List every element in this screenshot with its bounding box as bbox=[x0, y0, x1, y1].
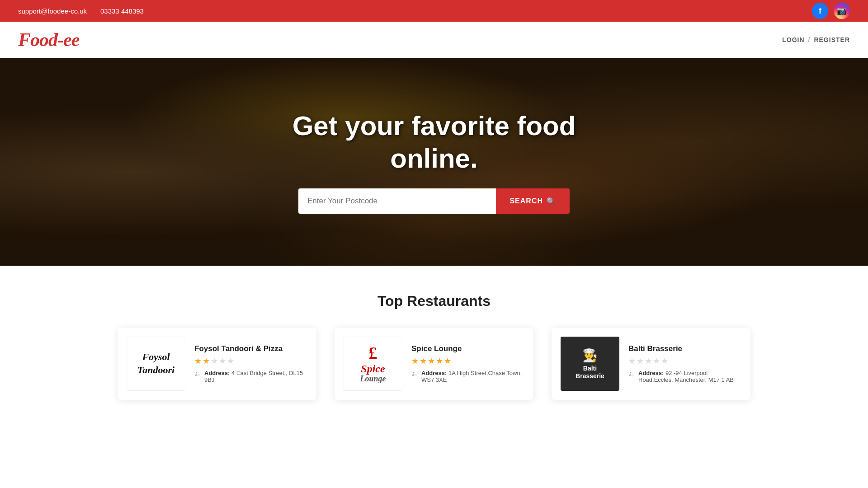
star-2: ★ bbox=[420, 356, 427, 366]
star-3: ★ bbox=[645, 356, 652, 366]
restaurant-name-balti: Balti Brasserie bbox=[628, 344, 741, 353]
register-link[interactable]: REGISTER bbox=[814, 36, 850, 43]
star-1: ★ bbox=[194, 356, 202, 366]
search-icon: 🔍 bbox=[547, 197, 556, 206]
restaurant-card-spice[interactable]: £ Spice Lounge Spice Lounge ★ ★ ★ ★ ★ 🏷 … bbox=[335, 328, 533, 400]
restaurants-section-title: Top Restaurants bbox=[36, 293, 832, 310]
restaurant-info-spice: Spice Lounge ★ ★ ★ ★ ★ 🏷 Address: 1A Hig… bbox=[411, 344, 524, 383]
support-email[interactable]: support@foodee-co.uk bbox=[18, 7, 87, 15]
star-5: ★ bbox=[227, 356, 234, 366]
star-3: ★ bbox=[211, 356, 218, 366]
hero-section: Get your favorite food online. SEARCH 🔍 bbox=[0, 58, 868, 266]
restaurant-logo-balti: 👨‍🍳 BaltiBrasserie bbox=[561, 337, 619, 391]
site-logo[interactable]: Food-ee bbox=[18, 29, 79, 51]
restaurant-info-foysol: Foysol Tandoori & Pizza ★ ★ ★ ★ ★ 🏷 Addr… bbox=[194, 344, 307, 383]
spice-pound-sign: £ bbox=[368, 344, 377, 363]
hero-title: Get your favorite food online. bbox=[292, 110, 576, 175]
support-phone[interactable]: 03333 448393 bbox=[100, 7, 144, 15]
star-1: ★ bbox=[411, 356, 419, 366]
balti-address: 🏷 Address: 92 -94 Liverpool Road,Eccles,… bbox=[628, 370, 741, 383]
login-link[interactable]: LOGIN bbox=[782, 36, 804, 43]
star-4: ★ bbox=[219, 356, 226, 366]
top-bar: support@foodee-co.uk 03333 448393 f 📷 bbox=[0, 0, 868, 22]
nav-separator: / bbox=[808, 36, 811, 43]
balti-stars: ★ ★ ★ ★ ★ bbox=[628, 356, 741, 366]
facebook-icon[interactable]: f bbox=[812, 3, 828, 19]
balti-logo-text: BaltiBrasserie bbox=[576, 365, 604, 380]
star-4: ★ bbox=[653, 356, 660, 366]
navbar: Food-ee LOGIN / REGISTER bbox=[0, 22, 868, 58]
foysol-address: 🏷 Address: 4 East Bridge Street,, DL15 9… bbox=[194, 370, 307, 383]
restaurant-info-balti: Balti Brasserie ★ ★ ★ ★ ★ 🏷 Address: 92 … bbox=[628, 344, 741, 383]
address-icon-balti: 🏷 bbox=[628, 370, 635, 377]
spice-text: Spice bbox=[361, 363, 385, 375]
hero-content: Get your favorite food online. SEARCH 🔍 bbox=[292, 110, 576, 214]
postcode-input[interactable] bbox=[298, 188, 496, 214]
foysol-stars: ★ ★ ★ ★ ★ bbox=[194, 356, 307, 366]
restaurants-grid: FoysolTandoori Foysol Tandoori & Pizza ★… bbox=[118, 328, 750, 400]
hero-search-bar: SEARCH 🔍 bbox=[298, 188, 570, 214]
search-button[interactable]: SEARCH 🔍 bbox=[496, 188, 570, 214]
restaurant-name-foysol: Foysol Tandoori & Pizza bbox=[194, 344, 307, 353]
star-2: ★ bbox=[637, 356, 644, 366]
star-5: ★ bbox=[444, 356, 451, 366]
restaurant-logo-spice: £ Spice Lounge bbox=[344, 337, 402, 391]
restaurants-section: Top Restaurants FoysolTandoori Foysol Ta… bbox=[0, 266, 868, 436]
star-1: ★ bbox=[628, 356, 636, 366]
instagram-icon[interactable]: 📷 bbox=[834, 3, 850, 19]
star-3: ★ bbox=[428, 356, 435, 366]
restaurant-name-spice: Spice Lounge bbox=[411, 344, 524, 353]
restaurant-card-balti[interactable]: 👨‍🍳 BaltiBrasserie Balti Brasserie ★ ★ ★… bbox=[552, 328, 750, 400]
restaurant-logo-foysol: FoysolTandoori bbox=[127, 337, 185, 391]
spice-stars: ★ ★ ★ ★ ★ bbox=[411, 356, 524, 366]
balti-chef-icon: 👨‍🍳 bbox=[582, 348, 598, 363]
address-icon-spice: 🏷 bbox=[411, 370, 418, 377]
star-4: ★ bbox=[436, 356, 443, 366]
restaurant-card-foysol[interactable]: FoysolTandoori Foysol Tandoori & Pizza ★… bbox=[118, 328, 316, 400]
spice-lounge-text: Lounge bbox=[360, 375, 386, 384]
address-icon-foysol: 🏷 bbox=[194, 370, 201, 377]
star-5: ★ bbox=[661, 356, 668, 366]
spice-address: 🏷 Address: 1A High Street,Chase Town, WS… bbox=[411, 370, 524, 383]
star-2: ★ bbox=[203, 356, 210, 366]
